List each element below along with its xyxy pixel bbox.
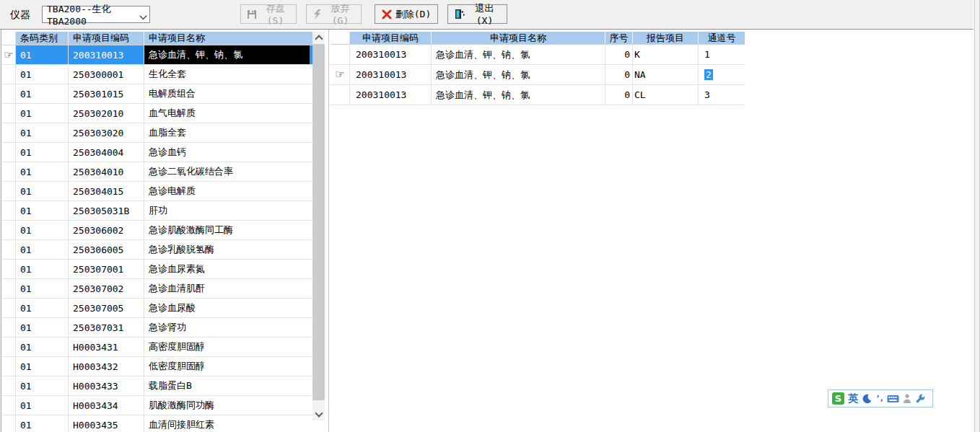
- cell-report-item[interactable]: CL: [633, 85, 699, 105]
- cell-request-item-code[interactable]: 250304010: [69, 162, 144, 181]
- cell-request-item-code[interactable]: H0003433: [69, 376, 144, 395]
- cell-report-item[interactable]: NA: [633, 65, 699, 84]
- table-row[interactable]: 01H0003434肌酸激酶同功酶: [2, 396, 312, 415]
- cell-request-item-code[interactable]: 200310013: [350, 65, 432, 84]
- cell-request-item-name[interactable]: 急诊肾功: [144, 318, 312, 337]
- scrollbar-up-button[interactable]: [312, 32, 325, 44]
- table-row[interactable]: 01250307002急诊血清肌酐: [2, 279, 312, 299]
- column-header-channel[interactable]: 通道号: [699, 32, 745, 44]
- cell-barcode-category[interactable]: 01: [16, 396, 69, 415]
- cell-request-item-name[interactable]: 肌酸激酶同功酶: [144, 396, 312, 415]
- cell-channel[interactable]: 3: [699, 85, 745, 105]
- cell-barcode-category[interactable]: 01: [16, 143, 69, 162]
- cell-barcode-category[interactable]: 01: [16, 45, 69, 64]
- cell-request-item-name[interactable]: 急诊血钙: [144, 143, 312, 162]
- cell-sequence[interactable]: 0: [605, 85, 633, 105]
- cell-request-item-name[interactable]: 血气电解质: [144, 104, 312, 123]
- cell-barcode-category[interactable]: 01: [16, 104, 69, 123]
- cell-barcode-category[interactable]: 01: [16, 299, 69, 317]
- cell-sequence[interactable]: 0: [605, 45, 633, 64]
- column-header-barcode-category[interactable]: 条码类别: [16, 32, 69, 45]
- table-row[interactable]: 01250307005急诊血尿酸: [2, 299, 312, 318]
- cell-request-item-name[interactable]: 高密度胆固醇: [144, 338, 312, 356]
- cell-request-item-code[interactable]: 250307031: [69, 318, 144, 337]
- save-button[interactable]: 存盘(S): [240, 4, 297, 24]
- cell-request-item-code[interactable]: 250306005: [69, 240, 144, 259]
- cell-channel[interactable]: 1: [699, 45, 745, 64]
- column-header-report-item[interactable]: 报告项目: [633, 32, 699, 44]
- column-header-sequence[interactable]: 序号: [605, 32, 633, 44]
- table-row[interactable]: 01250304010急诊二氧化碳结合率: [2, 162, 312, 182]
- table-row[interactable]: ☞01200310013急诊血清、钾、钠、氯: [2, 45, 312, 65]
- cell-barcode-category[interactable]: 01: [16, 357, 69, 376]
- cell-barcode-category[interactable]: 01: [16, 123, 69, 142]
- wrench-icon[interactable]: [915, 394, 925, 404]
- cell-request-item-code[interactable]: 250307002: [69, 279, 144, 298]
- scrollbar-thumb[interactable]: [312, 44, 325, 400]
- column-header-request-item-code[interactable]: 申请项目编码: [69, 32, 144, 45]
- cell-channel[interactable]: 2: [699, 65, 745, 84]
- cell-request-item-code[interactable]: H0003435: [69, 415, 144, 432]
- cell-request-item-code[interactable]: H0003432: [69, 357, 144, 376]
- table-row[interactable]: 01H0003435血清间接胆红素: [2, 415, 312, 432]
- cell-barcode-category[interactable]: 01: [16, 318, 69, 337]
- table-row[interactable]: 01250306002急诊肌酸激酶同工酶: [2, 221, 312, 240]
- cell-request-item-name[interactable]: 急诊电解质: [144, 182, 312, 200]
- cell-request-item-name[interactable]: 急诊血清、钾、钠、氯: [144, 45, 312, 64]
- cell-request-item-name[interactable]: 急诊血清肌酐: [144, 279, 312, 298]
- column-header-request-item-name[interactable]: 申请项目名称: [144, 32, 312, 45]
- cell-request-item-name[interactable]: 肝功: [144, 201, 312, 220]
- table-row[interactable]: 01H0003433载脂蛋白B: [2, 376, 312, 396]
- table-row[interactable]: 01H0003431高密度胆固醇: [2, 338, 312, 357]
- cell-barcode-category[interactable]: 01: [16, 162, 69, 181]
- exit-button[interactable]: 退出(X): [447, 4, 507, 24]
- cell-request-item-code[interactable]: 250307005: [69, 299, 144, 317]
- table-row[interactable]: 200310013急诊血清、钾、钠、氯0CL3: [331, 85, 745, 105]
- scrollbar-down-button[interactable]: [312, 408, 325, 420]
- cell-request-item-name[interactable]: 急诊血尿酸: [144, 299, 312, 317]
- cell-request-item-name[interactable]: 急诊血清、钾、钠、氯: [432, 45, 605, 64]
- cell-barcode-category[interactable]: 01: [16, 338, 69, 356]
- cell-request-item-name[interactable]: 急诊血清、钾、钠、氯: [432, 85, 605, 105]
- cell-request-item-name[interactable]: 血脂全套: [144, 123, 312, 142]
- instrument-select[interactable]: TBA200--生化TBA2000: [42, 6, 150, 23]
- column-header-request-item-code[interactable]: 申请项目编码: [350, 32, 432, 44]
- ime-language-toggle[interactable]: 英: [848, 392, 858, 405]
- cell-barcode-category[interactable]: 01: [16, 415, 69, 432]
- cell-sequence[interactable]: 0: [605, 65, 633, 84]
- cell-request-item-code[interactable]: 250300001: [69, 65, 144, 84]
- cell-request-item-code[interactable]: 250305031B: [69, 201, 144, 220]
- column-header-request-item-name[interactable]: 申请项目名称: [432, 32, 605, 44]
- cell-request-item-name[interactable]: 电解质组合: [144, 84, 312, 103]
- sogou-logo-icon[interactable]: S: [832, 392, 844, 405]
- cell-request-item-name[interactable]: 生化全套: [144, 65, 312, 84]
- cell-request-item-code[interactable]: 250302010: [69, 104, 144, 123]
- cell-barcode-category[interactable]: 01: [16, 279, 69, 298]
- cell-barcode-category[interactable]: 01: [16, 182, 69, 200]
- table-row[interactable]: 01250302010血气电解质: [2, 104, 312, 123]
- cell-request-item-name[interactable]: 急诊乳酸脱氢酶: [144, 240, 312, 259]
- cell-request-item-name[interactable]: 急诊二氧化碳结合率: [144, 162, 312, 181]
- person-icon[interactable]: [903, 394, 911, 403]
- cell-request-item-name[interactable]: 低密度胆固醇: [144, 357, 312, 376]
- moon-icon[interactable]: [862, 394, 872, 404]
- cell-barcode-category[interactable]: 01: [16, 260, 69, 278]
- cell-request-item-code[interactable]: 250303020: [69, 123, 144, 142]
- table-row[interactable]: 01H0003432低密度胆固醇: [2, 357, 312, 376]
- cell-request-item-code[interactable]: 250304015: [69, 182, 144, 200]
- cell-request-item-code[interactable]: 250306002: [69, 221, 144, 239]
- cell-request-item-name[interactable]: 急诊血清、钾、钠、氯: [432, 65, 605, 84]
- cell-request-item-code[interactable]: 200310013: [69, 45, 144, 64]
- table-row[interactable]: 01250307031急诊肾功: [2, 318, 312, 338]
- cell-request-item-name[interactable]: 载脂蛋白B: [144, 376, 312, 395]
- table-row[interactable]: 01250305031B肝功: [2, 201, 312, 221]
- cell-barcode-category[interactable]: 01: [16, 376, 69, 395]
- keyboard-icon[interactable]: [887, 394, 899, 403]
- cell-request-item-name[interactable]: 血清间接胆红素: [144, 415, 312, 432]
- left-table-scrollbar[interactable]: [312, 32, 325, 420]
- channel-value-selected[interactable]: 2: [704, 69, 713, 80]
- cell-request-item-code[interactable]: 250301015: [69, 84, 144, 103]
- cell-barcode-category[interactable]: 01: [16, 201, 69, 220]
- table-row[interactable]: 01250303020血脂全套: [2, 123, 312, 143]
- cell-barcode-category[interactable]: 01: [16, 221, 69, 239]
